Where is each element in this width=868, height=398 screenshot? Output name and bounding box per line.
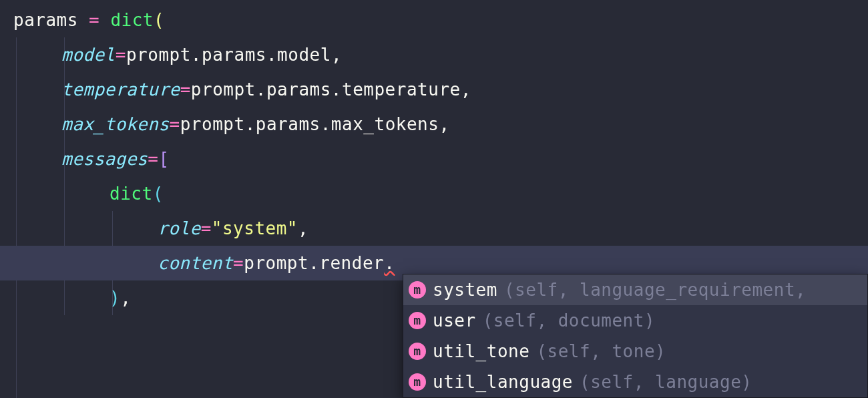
autocomplete-name: util_tone [433, 336, 529, 367]
token-kwarg: role [158, 218, 201, 238]
token-paren: ( [154, 10, 164, 30]
autocomplete-item[interactable]: m util_language(self, language) [403, 367, 867, 397]
token-identifier: prompt [126, 45, 191, 65]
code-line[interactable]: role="system", [13, 211, 868, 246]
autocomplete-name: util_language [433, 367, 573, 397]
code-editor[interactable]: params = dict( model=prompt.params.model… [0, 0, 868, 315]
code-line[interactable]: model=prompt.params.model, [13, 37, 868, 72]
token-operator: = [78, 10, 110, 30]
token-property: max_tokens [331, 114, 439, 134]
autocomplete-signature: (self, document) [483, 305, 655, 336]
token-comma: , [120, 288, 131, 308]
token-string: "system" [212, 218, 298, 238]
autocomplete-signature: (self, language_requirement, [504, 274, 806, 305]
token-paren: ( [153, 184, 164, 204]
token-comma: , [298, 218, 308, 238]
token-property: render [319, 253, 384, 273]
token-dot: . [320, 114, 331, 134]
token-kwarg: temperature [61, 79, 180, 100]
token-operator: = [148, 149, 158, 169]
token-kwarg: model [61, 45, 116, 65]
token-property: params [266, 79, 331, 100]
code-line[interactable]: messages=[ [13, 142, 868, 176]
method-icon: m [409, 343, 426, 360]
token-property: model [277, 45, 331, 65]
code-line[interactable]: params = dict( [13, 3, 868, 37]
autocomplete-name: user [433, 305, 476, 336]
token-identifier: prompt [180, 114, 245, 134]
token-comma: , [439, 114, 449, 134]
autocomplete-item[interactable]: m user(self, document) [403, 305, 867, 336]
method-icon: m [409, 373, 426, 391]
token-kwarg: content [158, 253, 233, 273]
token-kwarg: messages [61, 149, 148, 169]
token-operator: = [116, 45, 126, 65]
token-operator: = [233, 253, 244, 273]
autocomplete-popup[interactable]: m system(self, language_requirement, m u… [403, 274, 868, 398]
token-identifier: prompt [244, 253, 308, 273]
token-dot: . [245, 114, 256, 134]
token-property: params [202, 45, 266, 65]
token-property: params [256, 114, 320, 134]
autocomplete-item[interactable]: m util_tone(self, tone) [403, 336, 867, 367]
code-line[interactable]: max_tokens=prompt.params.max_tokens, [13, 107, 868, 142]
token-comma: , [461, 79, 471, 100]
token-function: dict [110, 184, 153, 204]
token-dot: . [266, 45, 277, 65]
token-dot: . [191, 45, 202, 65]
method-icon: m [409, 281, 426, 298]
token-bracket: [ [158, 149, 169, 169]
code-line[interactable]: dict( [13, 176, 868, 211]
token-property: temperature [342, 79, 461, 100]
token-variable: params [13, 10, 78, 30]
autocomplete-signature: (self, language) [580, 367, 752, 397]
autocomplete-signature: (self, tone) [536, 336, 666, 367]
token-paren: ) [110, 288, 120, 308]
token-operator: = [170, 114, 180, 134]
code-line[interactable]: temperature=prompt.params.temperature, [13, 72, 868, 107]
autocomplete-name: system [433, 274, 497, 305]
token-dot: . [256, 79, 266, 100]
token-dot-error: . [384, 253, 395, 273]
token-kwarg: max_tokens [61, 114, 170, 134]
method-icon: m [409, 312, 426, 329]
token-function: dict [110, 10, 154, 30]
token-operator: = [201, 218, 212, 238]
token-operator: = [180, 79, 191, 100]
token-dot: . [308, 253, 319, 273]
autocomplete-item-selected[interactable]: m system(self, language_requirement, [403, 274, 867, 305]
token-identifier: prompt [191, 79, 256, 100]
token-comma: , [331, 45, 342, 65]
token-dot: . [331, 79, 342, 100]
